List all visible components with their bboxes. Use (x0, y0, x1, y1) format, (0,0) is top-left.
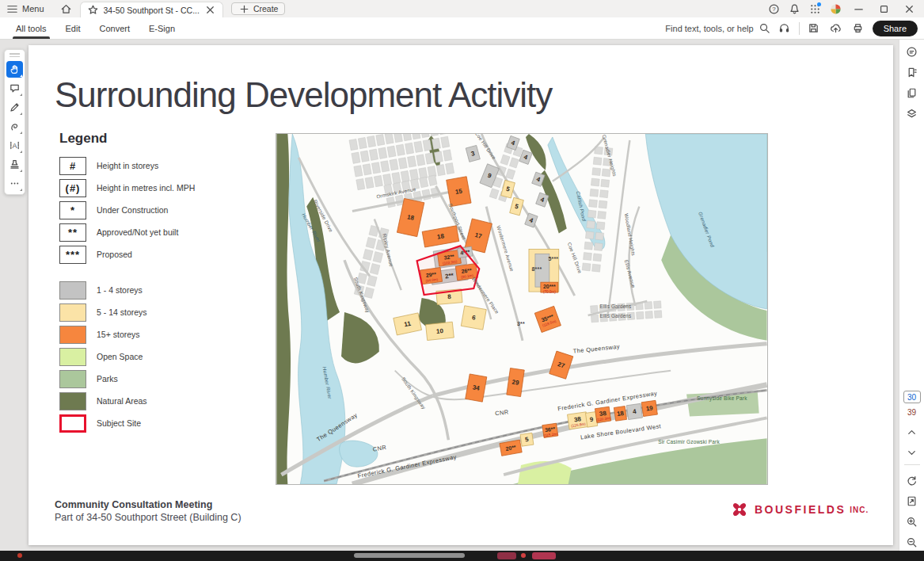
map-label: CNR (495, 409, 509, 418)
home-icon (60, 3, 72, 15)
minimize-button[interactable] (848, 1, 869, 17)
bell-icon (789, 3, 800, 15)
map-image: 1518181732**(103.9m)4***2**29**(94.0m)26… (276, 134, 767, 484)
menu-button[interactable]: Menu (0, 3, 52, 15)
fit-page-icon (906, 495, 918, 507)
current-page-input[interactable]: 30 (903, 391, 921, 403)
svg-text:20***: 20*** (543, 284, 556, 289)
toolbar-tab-convert[interactable]: Convert (90, 17, 140, 39)
map-label: Sir Casimir Gzowski Park (658, 439, 720, 445)
headphones-icon (778, 22, 790, 34)
taskbar-fragment (497, 552, 516, 559)
svg-text:A: A (13, 142, 17, 150)
legend-item: (#)Height in metres incl. MPH (59, 177, 195, 199)
bousfields-clover-icon (730, 500, 749, 519)
create-tab-button[interactable]: Create (231, 2, 286, 15)
bookmark-icon (906, 67, 918, 78)
highlighter-icon (9, 120, 21, 132)
legend-color-swatch (59, 281, 86, 300)
ellipsis-icon (9, 177, 21, 189)
legend-symbol-box: ** (59, 223, 86, 242)
zoom-out-button[interactable] (903, 533, 921, 551)
fit-page-button[interactable] (903, 492, 921, 509)
legend-item-label: Open Space (97, 352, 143, 361)
zoom-in-button[interactable] (903, 513, 921, 530)
more-tools-button[interactable] (6, 175, 23, 192)
stamp-tool-button[interactable] (6, 156, 23, 173)
legend-symbol-box: *** (59, 246, 86, 264)
hand-tool-button[interactable] (6, 61, 23, 78)
brand-name: BOUSFIELDS (755, 503, 846, 516)
page-thumbnails-button[interactable] (903, 84, 921, 101)
taskbar-strip (0, 551, 924, 561)
title-bar: Menu 34-50 Southport St - CC... Create ? (0, 0, 924, 17)
map-building: 15 (447, 177, 471, 207)
upload-button[interactable] (828, 21, 844, 36)
bookmarks-panel-button[interactable] (903, 63, 921, 81)
page-footer: Community Consultation Meeting Part of 3… (55, 499, 241, 523)
nav-tabs: All toolsEditConvertE-Sign (0, 17, 184, 39)
find-label: Find text, tools, or help (665, 24, 753, 33)
page-title: Surrounding Development Activity (55, 75, 552, 115)
profile-avatar[interactable] (827, 1, 843, 17)
maximize-button[interactable] (873, 1, 894, 17)
comment-icon (9, 82, 21, 94)
avatar-icon (830, 3, 842, 15)
print-button[interactable] (850, 21, 866, 36)
svg-text:?: ? (772, 6, 776, 13)
close-window-button[interactable] (899, 1, 919, 17)
highlight-tool-button[interactable] (6, 118, 23, 135)
toolbar-tab-edit[interactable]: Edit (56, 17, 90, 39)
minimize-icon (853, 3, 865, 15)
previous-page-button[interactable] (903, 423, 921, 441)
read-aloud-button[interactable] (777, 21, 793, 36)
right-side-rail: 30 39 (899, 40, 924, 551)
notification-dot (817, 2, 821, 6)
next-page-button[interactable] (903, 444, 921, 461)
chevron-up-icon (906, 426, 918, 438)
legend-item: ***Proposed (59, 243, 195, 265)
svg-text:10: 10 (436, 327, 444, 335)
stamp-icon (9, 158, 21, 170)
legend-item-label: Approved/Not yet built (97, 227, 178, 237)
add-text-icon: A (9, 139, 21, 151)
legend-item-label: 5 - 14 storeys (97, 307, 147, 317)
legend-item: 15+ storeys (59, 323, 195, 345)
app-toolbar: All toolsEditConvertE-Sign Find text, to… (0, 17, 924, 40)
legend-item-label: Subject Site (97, 418, 141, 428)
create-label: Create (253, 4, 279, 13)
toolbar-tab-all-tools[interactable]: All tools (6, 17, 56, 39)
legend-color-swatch (59, 348, 86, 366)
map-label: 3** (517, 321, 525, 326)
notifications-button[interactable] (786, 1, 802, 17)
toolbar-tab-e-sign[interactable]: E-Sign (139, 17, 184, 39)
legend-item: 5 - 14 storeys (59, 301, 195, 323)
document-tab[interactable]: 34-50 Southport St - CC... (80, 2, 223, 17)
legend-item-label: Natural Areas (97, 396, 147, 406)
comments-panel-button[interactable] (903, 43, 921, 60)
star-icon[interactable] (87, 4, 99, 16)
panel-drag-handle[interactable] (10, 53, 20, 57)
find-button[interactable]: Find text, tools, or help (665, 22, 770, 34)
taskbar-fragment (532, 552, 556, 559)
help-button[interactable]: ? (766, 1, 781, 17)
search-icon (759, 22, 770, 34)
save-button[interactable] (806, 21, 822, 36)
layers-panel-button[interactable] (903, 105, 921, 122)
printer-icon (852, 22, 864, 34)
save-icon (808, 22, 819, 34)
map-building: 18 (614, 406, 626, 422)
pencil-tool-button[interactable] (6, 99, 23, 116)
apps-button[interactable] (807, 1, 823, 17)
legend-item: 1 - 4 storeys (59, 279, 195, 301)
legend-heading: Legend (59, 131, 195, 147)
pencil-icon (9, 101, 21, 113)
share-button[interactable]: Share (873, 21, 918, 36)
tab-close-icon[interactable] (204, 4, 216, 16)
add-text-tool-button[interactable]: A (6, 137, 23, 154)
rotate-page-button[interactable] (903, 471, 921, 489)
comment-tool-button[interactable] (6, 80, 23, 97)
home-button[interactable] (52, 3, 80, 15)
legend-symbol-list: #Height in storeys(#)Height in metres in… (59, 155, 195, 265)
legend-item: Parks (59, 368, 195, 390)
